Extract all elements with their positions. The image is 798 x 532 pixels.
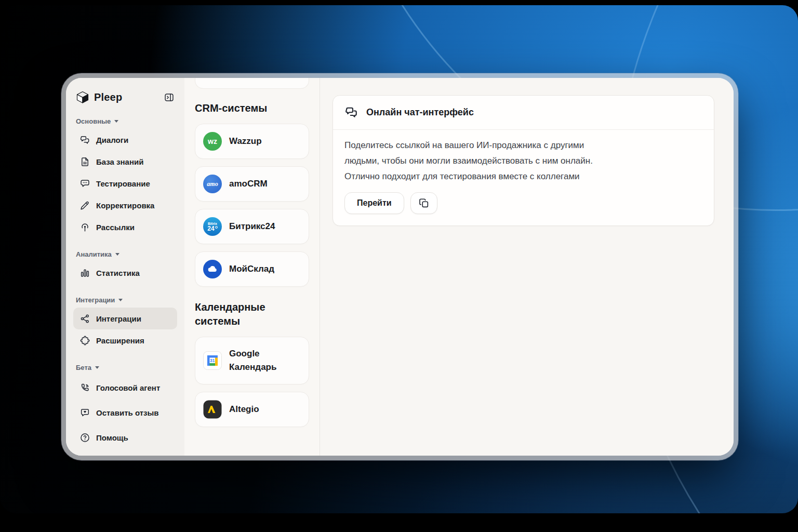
sidebar-header: Pleep	[73, 89, 177, 105]
card-actions: Перейти	[344, 192, 702, 214]
group-title-calendars: Календарные системы	[195, 300, 309, 328]
card-title: Онлайн чат-интерфейс	[366, 107, 474, 118]
feedback-heart-icon	[79, 407, 90, 418]
sidebar-item-label: Тестирование	[96, 179, 150, 188]
description-line: Поделитесь ссылкой на вашего ИИ-продажни…	[344, 138, 702, 153]
sidebar-item-dialogs[interactable]: Диалоги	[73, 129, 177, 151]
integration-name: МойСклад	[229, 262, 274, 276]
sidebar-item-label: Статистика	[96, 269, 140, 277]
cut-off-card[interactable]	[195, 78, 309, 89]
section-label: Бета	[76, 364, 91, 371]
sidebar-item-label: Голосовой агент	[96, 383, 160, 392]
google-calendar-icon: 31	[203, 351, 222, 370]
sidebar-item-voice-agent[interactable]: Голосовой агент	[73, 375, 177, 400]
sidebar-item-knowledge-base[interactable]: База знаний	[73, 151, 177, 172]
sidebar: Pleep Основные Диалоги	[66, 78, 184, 456]
sidebar-item-label: Расширения	[96, 336, 144, 345]
app-title: Pleep	[94, 91, 122, 103]
sidebar-item-integrations[interactable]: Интеграции	[73, 308, 177, 329]
gcal-day-number: 31	[210, 358, 215, 363]
sidebar-item-label: Диалоги	[96, 136, 128, 144]
integration-card-amocrm[interactable]: amo amoCRM	[195, 166, 309, 202]
amocrm-logo-text: amo	[207, 177, 218, 191]
main-content: Онлайн чат-интерфейс Поделитесь ссылкой …	[320, 78, 734, 456]
online-chat-card: Онлайн чат-интерфейс Поделитесь ссылкой …	[332, 95, 714, 226]
sidebar-section-integrations[interactable]: Интеграции	[76, 295, 175, 304]
chevron-down-icon	[118, 299, 123, 301]
sidebar-item-correction[interactable]: Корректировка	[73, 194, 177, 216]
collapse-sidebar-button[interactable]	[164, 92, 175, 103]
integration-card-altegio[interactable]: Altegio	[195, 392, 309, 427]
bar-chart-icon	[79, 268, 90, 278]
sidebar-item-label: Интеграции	[96, 314, 141, 323]
integration-card-bitrix24[interactable]: Bitrix 24 Битрикс24	[195, 209, 309, 244]
chevron-down-icon	[95, 366, 99, 369]
integration-name: amoCRM	[229, 177, 268, 191]
wazzup-logo-icon: wz	[203, 132, 222, 151]
go-button[interactable]: Перейти	[344, 192, 404, 214]
copy-icon	[418, 197, 430, 209]
description-line: людьми, чтобы они могли взаимодействоват…	[344, 153, 702, 169]
sidebar-section-beta[interactable]: Бета	[76, 363, 175, 372]
altegio-logo-icon	[203, 400, 222, 419]
sidebar-item-label: Помощь	[96, 433, 128, 442]
integration-name: Altegio	[229, 403, 259, 416]
online-chat-card-header: Онлайн чат-интерфейс	[333, 96, 714, 130]
group-title-crm: CRM-системы	[195, 101, 309, 115]
pencil-icon	[79, 200, 90, 211]
puzzle-icon	[79, 335, 90, 346]
bitrix24-logo-icon: Bitrix 24	[203, 217, 222, 236]
card-description: Поделитесь ссылкой на вашего ИИ-продажни…	[344, 138, 702, 184]
integration-name: Битрикс24	[229, 220, 275, 233]
sidebar-section-main[interactable]: Основные	[76, 116, 175, 126]
phone-waves-icon	[79, 382, 90, 393]
bitrix-clock-icon	[215, 226, 218, 229]
wazzup-logo-text: wz	[208, 135, 217, 148]
section-label: Интеграции	[76, 296, 115, 304]
bitrix-logo-number: 24	[207, 225, 214, 232]
document-icon	[79, 156, 90, 167]
integration-card-wazzup[interactable]: wz Wazzup	[195, 124, 309, 159]
dialogs-icon	[79, 135, 90, 145]
description-line: Отлично подходит для тестирования вместе…	[344, 169, 702, 184]
panel-collapse-icon	[164, 92, 175, 103]
sidebar-item-help[interactable]: Помощь	[73, 425, 177, 450]
integration-name: Google Календарь	[229, 347, 301, 374]
section-label: Основные	[76, 117, 111, 125]
sidebar-item-broadcasts[interactable]: Рассылки	[73, 216, 177, 238]
sidebar-item-statistics[interactable]: Статистика	[73, 262, 177, 284]
integrations-catalog: CRM-системы wz Wazzup amo amoCRM Bitrix …	[184, 78, 320, 456]
amocrm-logo-icon: amo	[203, 175, 222, 193]
sidebar-item-label: Оставить отзыв	[96, 408, 159, 417]
sidebar-item-label: База знаний	[96, 157, 143, 166]
chevron-down-icon	[115, 253, 119, 256]
sidebar-item-testing[interactable]: Тестирование	[73, 172, 177, 194]
share-nodes-icon	[79, 313, 90, 324]
integration-name: Wazzup	[229, 135, 262, 148]
sidebar-item-feedback[interactable]: Оставить отзыв	[73, 400, 177, 425]
sidebar-item-extensions[interactable]: Расширения	[73, 329, 177, 351]
sidebar-item-label: Корректировка	[96, 201, 154, 210]
moysklad-logo-icon	[203, 260, 222, 278]
integration-card-google-calendar[interactable]: 31 Google Календарь	[195, 337, 309, 384]
app-window: Pleep Основные Диалоги	[66, 78, 734, 456]
section-label: Аналитика	[76, 250, 112, 258]
integration-card-moysklad[interactable]: МойСклад	[195, 251, 309, 287]
sidebar-item-label: Рассылки	[96, 223, 135, 232]
pleep-logo-icon	[76, 90, 89, 104]
online-chat-card-body: Поделитесь ссылкой на вашего ИИ-продажни…	[333, 130, 714, 225]
chevron-down-icon	[114, 120, 118, 123]
broadcast-icon	[79, 222, 90, 233]
sidebar-section-analytics[interactable]: Аналитика	[76, 249, 175, 259]
copy-link-button[interactable]	[410, 192, 437, 214]
chat-interface-icon	[344, 105, 358, 119]
help-icon	[79, 432, 90, 443]
chat-dots-icon	[79, 178, 90, 189]
